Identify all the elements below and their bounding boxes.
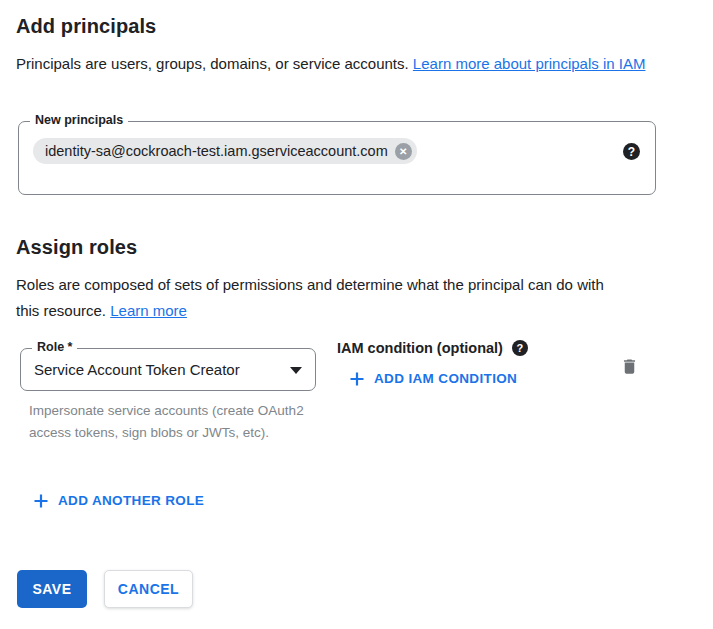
- trash-icon: [620, 356, 639, 377]
- roles-description-text: Roles are composed of sets of permission…: [16, 276, 604, 319]
- learn-more-roles-link[interactable]: Learn more: [110, 302, 187, 319]
- add-iam-condition-label: ADD IAM CONDITION: [374, 371, 517, 386]
- iam-condition-help-button[interactable]: ?: [512, 340, 528, 356]
- add-another-role-label: ADD ANOTHER ROLE: [58, 493, 204, 508]
- add-principals-panel: Add principals Principals are users, gro…: [0, 0, 713, 629]
- remove-principal-button[interactable]: ✕: [395, 143, 412, 160]
- plus-icon: [350, 372, 364, 386]
- page-title: Add principals: [16, 13, 156, 39]
- save-button[interactable]: SAVE: [17, 570, 87, 608]
- principals-description: Principals are users, groups, domains, o…: [16, 51, 668, 77]
- role-select-value: Service Account Token Creator: [34, 361, 240, 378]
- help-icon: ?: [517, 342, 524, 354]
- role-helper-text: Impersonate service accounts (create OAu…: [29, 400, 307, 444]
- learn-more-principals-link[interactable]: Learn more about principals in IAM: [413, 55, 646, 72]
- principals-description-text: Principals are users, groups, domains, o…: [16, 55, 409, 72]
- plus-icon: [34, 494, 48, 508]
- new-principals-help-button[interactable]: ?: [623, 143, 640, 160]
- cancel-button[interactable]: CANCEL: [104, 570, 193, 608]
- roles-description: Roles are composed of sets of permission…: [16, 272, 616, 324]
- close-icon: ✕: [399, 146, 407, 157]
- role-select-label: Role *: [32, 340, 77, 354]
- add-iam-condition-button[interactable]: ADD IAM CONDITION: [350, 371, 517, 386]
- new-principals-field[interactable]: New principals identity-sa@cockroach-tes…: [18, 121, 656, 195]
- new-principals-label: New principals: [30, 113, 128, 127]
- iam-condition-header: IAM condition (optional) ?: [337, 340, 528, 356]
- assign-roles-title: Assign roles: [16, 234, 137, 260]
- iam-condition-label: IAM condition (optional): [337, 340, 503, 356]
- help-icon: ?: [628, 145, 635, 159]
- delete-role-button[interactable]: [620, 356, 639, 380]
- principal-chip: identity-sa@cockroach-test.iam.gservicea…: [33, 138, 417, 164]
- dropdown-arrow-icon: [290, 367, 302, 374]
- principal-chip-text: identity-sa@cockroach-test.iam.gservicea…: [45, 143, 388, 159]
- role-select[interactable]: Role * Service Account Token Creator: [20, 348, 316, 391]
- add-another-role-button[interactable]: ADD ANOTHER ROLE: [34, 493, 204, 508]
